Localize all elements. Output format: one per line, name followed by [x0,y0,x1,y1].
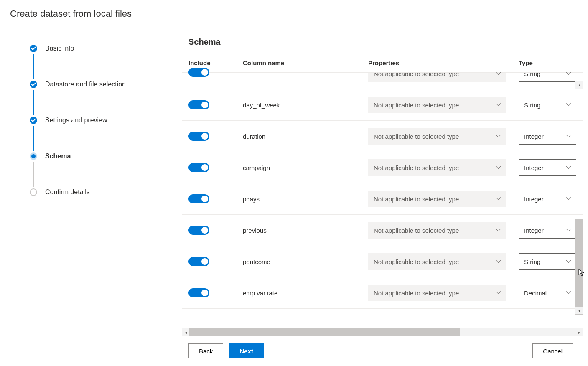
chevron-down-icon [566,71,571,76]
chevron-down-icon [566,259,571,264]
chevron-down-icon [496,290,501,295]
properties-value: Not applicable to selected type [374,196,459,203]
schema-table: Include Column name Properties Type Not … [182,54,583,327]
chevron-down-icon [566,165,571,170]
include-toggle[interactable] [188,194,209,203]
include-toggle[interactable] [188,226,209,235]
properties-value: Not applicable to selected type [374,258,459,265]
wizard-step-datastore-and-file-selection[interactable]: Datastore and file selection [29,81,173,88]
table-row: previousNot applicable to selected typeI… [182,215,583,246]
header-include: Include [188,59,243,66]
pending-step-icon [30,188,37,196]
type-dropdown[interactable]: String [519,97,576,113]
type-dropdown[interactable]: String [519,253,576,270]
type-value: Integer [524,196,544,203]
wizard-step-confirm-details[interactable]: Confirm details [29,188,173,196]
vertical-scrollbar-thumb[interactable] [575,219,583,315]
include-toggle[interactable] [188,288,209,297]
check-icon [30,45,37,52]
type-dropdown[interactable]: Integer [519,191,576,207]
properties-dropdown[interactable]: Not applicable to selected type [368,97,506,113]
cancel-button[interactable]: Cancel [532,343,573,358]
type-dropdown[interactable]: Integer [519,222,576,239]
column-name-cell: pdays [243,196,368,203]
schema-heading: Schema [173,28,588,54]
header-column-name: Column name [243,59,368,66]
properties-dropdown[interactable]: Not applicable to selected type [368,159,506,176]
chevron-down-icon [566,228,571,233]
properties-dropdown[interactable]: Not applicable to selected type [368,285,506,301]
check-icon [30,81,37,88]
wizard-sidebar: Basic infoDatastore and file selectionSe… [0,28,173,366]
properties-dropdown[interactable]: Not applicable to selected type [368,253,506,270]
table-row: Not applicable to selected typeString [182,73,583,89]
chevron-down-icon [496,134,501,139]
type-dropdown[interactable]: Integer [519,128,576,145]
horizontal-scrollbar-track[interactable] [189,328,575,336]
wizard-step-schema[interactable]: Schema [29,152,173,160]
back-button[interactable]: Back [188,343,223,358]
scroll-left-arrow[interactable]: ◂ [182,328,189,336]
type-value: Integer [524,164,544,171]
scroll-up-arrow[interactable]: ▴ [575,81,583,89]
chevron-down-icon [566,134,571,139]
wizard-step-settings-and-preview[interactable]: Settings and preview [29,117,173,124]
properties-value: Not applicable to selected type [374,102,459,109]
type-dropdown[interactable]: Integer [519,159,576,176]
table-row: poutcomeNot applicable to selected typeS… [182,246,583,277]
include-toggle[interactable] [188,163,209,172]
column-name-cell: emp.var.rate [243,290,368,297]
wizard-step-basic-info[interactable]: Basic info [29,45,173,52]
type-value: Integer [524,227,544,234]
properties-value: Not applicable to selected type [374,290,459,297]
properties-value: Not applicable to selected type [374,133,459,140]
next-button[interactable]: Next [229,343,264,358]
table-row: pdaysNot applicable to selected typeInte… [182,183,583,215]
properties-dropdown[interactable]: Not applicable to selected type [368,222,506,239]
include-toggle[interactable] [188,100,209,109]
type-value: Decimal [524,290,547,297]
step-connector [33,90,34,115]
step-connector [33,54,34,79]
include-toggle[interactable] [188,68,209,77]
column-name-cell: duration [243,133,368,140]
table-row: campaignNot applicable to selected typeI… [182,152,583,183]
header-type: Type [519,59,576,66]
type-dropdown[interactable]: Decimal [519,285,576,301]
wizard-step-label: Settings and preview [45,117,107,124]
main-panel: Schema Include Column name Properties Ty… [173,28,588,366]
table-header: Include Column name Properties Type [182,54,583,73]
column-name-cell: campaign [243,164,368,171]
properties-dropdown[interactable]: Not applicable to selected type [368,191,506,207]
include-toggle[interactable] [188,132,209,141]
page-title: Create dataset from local files [0,0,588,28]
properties-dropdown[interactable]: Not applicable to selected type [368,128,506,145]
chevron-down-icon [496,165,501,170]
table-row: day_of_weekNot applicable to selected ty… [182,89,583,121]
include-toggle[interactable] [188,257,209,266]
table-row: durationNot applicable to selected typeI… [182,121,583,152]
horizontal-scrollbar-thumb[interactable] [189,328,460,336]
step-connector [33,126,34,151]
scroll-right-arrow[interactable]: ▸ [575,328,583,336]
column-name-cell: day_of_week [243,102,368,109]
type-value: String [524,258,540,265]
current-step-icon [30,152,37,160]
horizontal-scrollbar[interactable]: ◂ ▸ [182,328,583,336]
chevron-down-icon [566,102,571,107]
chevron-down-icon [496,71,501,76]
scroll-down-arrow[interactable]: ▾ [575,307,583,314]
footer-actions: Back Next Cancel [173,336,588,366]
column-name-cell: poutcome [243,258,368,265]
wizard-step-label: Basic info [45,45,74,52]
chevron-down-icon [496,259,501,264]
step-connector [33,162,34,187]
type-value: String [524,102,540,109]
chevron-down-icon [496,102,501,107]
chevron-down-icon [496,196,501,201]
wizard-step-label: Schema [45,152,71,160]
wizard-step-label: Confirm details [45,188,90,196]
chevron-down-icon [496,228,501,233]
check-icon [30,117,37,124]
properties-value: Not applicable to selected type [374,164,459,171]
